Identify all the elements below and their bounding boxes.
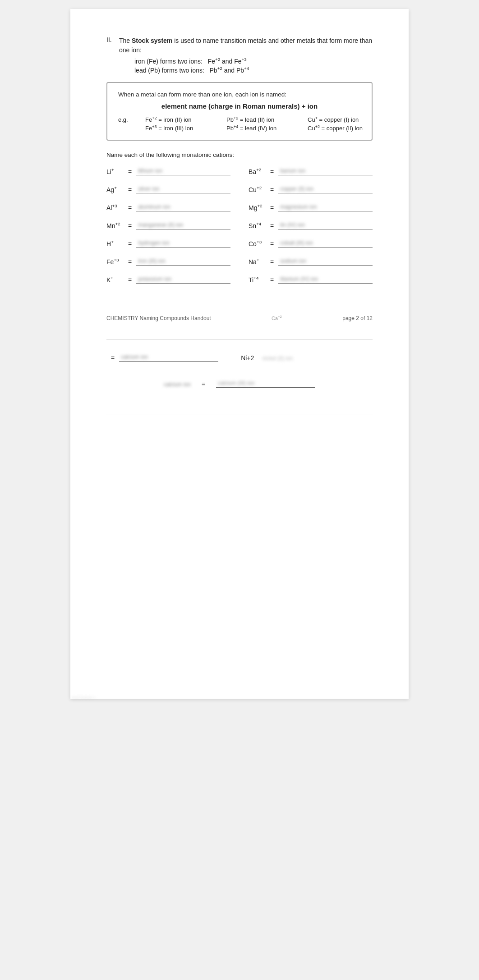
stock-system-bold: Stock system (132, 37, 172, 44)
ion-row-mg: Mg+2 = magnesium ion (249, 203, 373, 211)
ion-mg-label: Mg+2 (249, 204, 266, 211)
footer-title: CHEMISTRY Naming Compounds Handout (106, 315, 211, 321)
ion-ag-answer-text: silver ion (138, 186, 232, 192)
ion-k-equals: = (128, 276, 132, 284)
info-box-examples: e.g. Fe+2 = iron (II) ion Pb+2 = lead (I… (118, 116, 361, 132)
final-row: calcium ion = calcium (III) ion (106, 380, 373, 388)
ion-ba-label: Ba+2 (249, 168, 266, 175)
example-fe3: Fe+3 = iron (III) ion (145, 125, 226, 132)
ion-li-answer-text: lithium ion (138, 168, 232, 174)
ion-fe3-answer[interactable]: iron (III) ion (136, 257, 230, 266)
ion-row-ag: Ag+ = silver ion (106, 185, 230, 193)
ion-co-equals: = (270, 240, 274, 247)
ion-al-equals: = (128, 204, 132, 211)
ion-h-answer-text: hydrogen ion (138, 240, 232, 246)
info-box-line1: When a metal can form more than one ion,… (118, 91, 361, 98)
ion-mg-answer-text: magnesium ion (280, 204, 374, 210)
footer-ca-label: Ca+2 (272, 316, 282, 321)
final-left-label: calcium ion (164, 381, 191, 388)
ion-row-co: Co+3 = cobalt (III) ion (249, 239, 373, 247)
ion-row-li: Li+ = lithium ion (106, 167, 230, 175)
cont-ca-answer-line[interactable]: calcium ion (119, 353, 218, 362)
ion-row-k: K+ = potassium ion (106, 275, 230, 284)
ion-mn-answer-text: manganese (II) ion (138, 222, 232, 228)
ion-na-answer[interactable]: sodium ion (278, 257, 373, 266)
ion-row-al: Al+3 = aluminum ion (106, 203, 230, 211)
final-answer-text: calcium (III) ion (218, 380, 254, 386)
ion-row-fe3: Fe+3 = iron (III) ion (106, 257, 230, 266)
ion-ba-equals: = (270, 168, 274, 175)
bullet-lead-text: lead (Pb) forms two ions: Pb+2 and Pb+4 (134, 67, 249, 74)
ion-mn-equals: = (128, 222, 132, 229)
ion-co-answer-text: cobalt (III) ion (280, 240, 374, 246)
cont-ca-row: = calcium ion Ni+2 nickel (II) ion (106, 353, 373, 362)
page: II. The Stock system is used to name tra… (70, 9, 409, 699)
ion-h-answer[interactable]: hydrogen ion (136, 239, 230, 247)
example-fe2: Fe+2 = iron (II) ion (145, 116, 226, 123)
ion-row-ba: Ba+2 = barium ion (249, 167, 373, 175)
cont-ca-equals: = (111, 354, 115, 362)
ion-co-label: Co+3 (249, 240, 266, 247)
example-pb2: Pb+2 = lead (II) ion (226, 116, 308, 123)
footer-page: page 2 of 12 (342, 315, 373, 321)
ion-fe3-label: Fe+3 (106, 258, 124, 266)
ion-cu-answer-text: copper (II) ion (280, 186, 374, 192)
example-cu2: Cu+2 = copper (II) ion (308, 125, 389, 132)
ion-ag-answer[interactable]: silver ion (136, 185, 230, 193)
ion-row-sn: Sn+4 = tin (IV) ion (249, 221, 373, 229)
eg-label: e.g. (118, 116, 145, 123)
ion-k-label: K+ (106, 276, 124, 284)
bullet-iron: iron (Fe) forms two ions: Fe+2 and Fe+3 (128, 58, 373, 65)
cont-ni-label: Ni+2 (241, 354, 254, 362)
example-pb4: Pb+4 = lead (IV) ion (226, 125, 308, 132)
cations-label: Name each of the following monatomic cat… (106, 151, 373, 158)
ion-cu-answer[interactable]: copper (II) ion (278, 185, 373, 193)
ion-ag-equals: = (128, 186, 132, 193)
ion-h-label: H+ (106, 240, 124, 247)
ion-ti-answer[interactable]: titanium (IV) ion (278, 275, 373, 284)
ion-ba-answer-text: barium ion (280, 168, 374, 174)
ion-row-na: Na+ = sodium ion (249, 257, 373, 266)
bullet-list: iron (Fe) forms two ions: Fe+2 and Fe+3 … (128, 58, 373, 74)
ion-fe3-equals: = (128, 258, 132, 266)
ion-ti-equals: = (270, 276, 274, 284)
ion-li-answer[interactable]: lithium ion (136, 167, 230, 175)
ion-k-answer-text: potassium ion (138, 276, 232, 282)
ion-al-label: Al+3 (106, 204, 124, 211)
ion-sn-answer-text: tin (IV) ion (280, 222, 374, 228)
ion-ti-answer-text: titanium (IV) ion (280, 276, 374, 282)
ion-na-label: Na+ (249, 258, 266, 266)
cont-ca-answer-text: calcium ion (121, 354, 148, 360)
bullet-lead: lead (Pb) forms two ions: Pb+2 and Pb+4 (128, 67, 373, 74)
ion-cu-label: Cu+2 (249, 186, 266, 193)
example-cu1: Cu+ = copper (I) ion (308, 116, 389, 123)
continuation-section: = calcium ion Ni+2 nickel (II) ion calci… (106, 339, 373, 388)
final-answer-line[interactable]: calcium (III) ion (216, 380, 315, 388)
final-equals: = (202, 380, 205, 388)
ion-na-equals: = (270, 258, 274, 266)
ion-al-answer[interactable]: aluminum ion (136, 203, 230, 211)
section-ii: II. The Stock system is used to name tra… (106, 36, 373, 74)
ion-ba-answer[interactable]: barium ion (278, 167, 373, 175)
ion-ti-label: Ti+4 (249, 276, 266, 284)
ion-mn-answer[interactable]: manganese (II) ion (136, 221, 230, 229)
ion-na-answer-text: sodium ion (280, 258, 374, 264)
ion-li-equals: = (128, 168, 132, 175)
ion-h-equals: = (128, 240, 132, 247)
ion-mg-equals: = (270, 204, 274, 211)
ion-cu-equals: = (270, 186, 274, 193)
ion-fe3-answer-text: iron (III) ion (138, 258, 232, 264)
ion-row-h: H+ = hydrogen ion (106, 239, 230, 247)
ion-mn-label: Mn+2 (106, 222, 124, 229)
ion-mg-answer[interactable]: magnesium ion (278, 203, 373, 211)
section-number: II. (106, 36, 115, 55)
info-box: When a metal can form more than one ion,… (106, 82, 373, 141)
ion-k-answer[interactable]: potassium ion (136, 275, 230, 284)
section-intro: The Stock system is used to name transit… (119, 36, 373, 55)
ion-grid: Li+ = lithium ion Ba+2 = barium ion Ag+ … (106, 167, 373, 293)
ion-al-answer-text: aluminum ion (138, 204, 232, 210)
bullet-iron-text: iron (Fe) forms two ions: Fe+2 and Fe+3 (134, 58, 247, 65)
ion-co-answer[interactable]: cobalt (III) ion (278, 239, 373, 247)
ion-sn-answer[interactable]: tin (IV) ion (278, 221, 373, 229)
ion-sn-label: Sn+4 (249, 222, 266, 229)
